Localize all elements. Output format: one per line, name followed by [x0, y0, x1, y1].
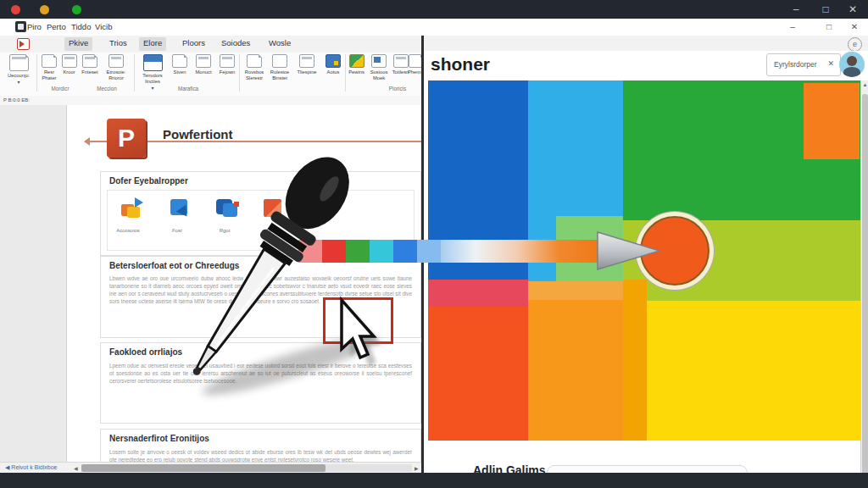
hscroll-track[interactable]: [81, 464, 412, 472]
menu-item-help[interactable]: Vicib: [95, 22, 112, 31]
tab-view[interactable]: Wosle: [264, 37, 295, 51]
hscroll-left-arrow-icon[interactable]: ◀: [74, 465, 78, 471]
tables-icon: [393, 54, 409, 68]
blank-doc-icon: [42, 54, 57, 68]
ribbon-button-8[interactable]: Fejown: [217, 54, 237, 75]
ribbon-group-label: Marafica: [166, 86, 210, 92]
app-label: Rgot: [204, 228, 245, 233]
ribbon-button-12[interactable]: Aotus: [323, 54, 343, 75]
menu-bar: Piro Perto Tiddo Vicib – □ ✕: [0, 19, 868, 36]
app-label: Acoosoios: [108, 228, 148, 233]
app-icon-glyph: [18, 24, 24, 30]
tab-transitions[interactable]: Ploors: [178, 37, 209, 51]
menu-item-edit[interactable]: Perto: [47, 22, 66, 31]
color-block-yellow: [647, 301, 860, 441]
tab-animations[interactable]: Soiodes: [217, 37, 254, 51]
horizontal-scroll-row: ◀ Reivot k Bidixboe ◀ ▶: [0, 462, 421, 474]
card3-heading: Faokloed orrliajos: [109, 347, 420, 357]
status-tab-label[interactable]: ◀ Reivot k Bidixboe: [5, 464, 57, 471]
picture-icon: [371, 54, 387, 68]
doc-minimize-button[interactable]: –: [784, 19, 801, 36]
left-sidebar: [0, 105, 67, 462]
ribbon-button-13[interactable]: Pewins: [347, 54, 366, 75]
ribbon-divider: [345, 54, 346, 92]
ribbon-button-14[interactable]: Susioos Moek: [367, 54, 391, 81]
avatar-body: [843, 67, 860, 77]
color-sample-strip: [298, 240, 598, 263]
section-icon: [220, 54, 235, 68]
color-block-orange: [528, 300, 623, 441]
save-doc-icon: [82, 54, 97, 68]
strip-gradient: [441, 240, 598, 263]
ribbon-group-label: Meccion: [85, 86, 129, 92]
ribbon-button-3[interactable]: Fnteset: [79, 54, 101, 75]
search-box[interactable]: Eyrylsrdorper ✕: [766, 53, 841, 76]
ribbon-button-6[interactable]: Stven: [170, 54, 189, 75]
bottom-dark-bar: [0, 473, 868, 488]
strip-segment: [298, 240, 323, 263]
ribbon-button-2[interactable]: Kroor: [60, 54, 78, 75]
color-block-orange-light: [528, 281, 623, 300]
search-text: Eyrylsrdorper: [774, 60, 817, 69]
tab-back-arrow-icon[interactable]: ◀: [5, 464, 9, 470]
right-window-title: shoner: [431, 54, 490, 75]
hscroll-thumb[interactable]: [81, 464, 326, 472]
template-icon: [108, 54, 124, 68]
ribbon-button-10[interactable]: Rulesioe Binstet: [268, 54, 292, 81]
ribbon-button-15[interactable]: Totilesn: [392, 54, 409, 75]
ribbon-button-5[interactable]: Tenvdors lincties ▾: [137, 54, 168, 91]
menu-item-file[interactable]: Piro: [27, 22, 42, 31]
app-window: – □ ✕ Piro Perto Tiddo Vicib – □ ✕ Pkive…: [0, 0, 868, 488]
document-title: Powfertiont: [163, 127, 233, 141]
tab-insert[interactable]: Trios: [105, 37, 131, 51]
slide-icon: [172, 54, 187, 68]
ribbon-toolbar: Uecounjo: ▾ Resr Phater Kroor Fnteset Et…: [0, 53, 421, 97]
telephone-icon: [299, 54, 314, 68]
card4-heading: Nersnaderfirot Eronitijos: [109, 434, 420, 443]
app-label: Dro: [250, 228, 291, 233]
ribbon-divider: [134, 54, 135, 92]
menu-item-view[interactable]: Tiddo: [71, 22, 91, 31]
traffic-light-close-icon[interactable]: [11, 5, 20, 14]
ribbon-button-11[interactable]: Tliespine: [294, 54, 320, 75]
office-app-icon[interactable]: [17, 38, 30, 50]
card-section-3: Nersnaderfirot Eronitijos Losern solte j…: [100, 429, 421, 463]
card1-heading: Dofer Eyebalropper: [109, 176, 420, 186]
window-maximize-button[interactable]: □: [816, 0, 835, 19]
title-bar: – □ ✕: [0, 0, 868, 19]
paste-icon[interactable]: [169, 197, 194, 219]
search-clear-icon[interactable]: ✕: [827, 59, 834, 68]
traffic-light-minimize-icon[interactable]: [40, 5, 49, 14]
review-icon: [247, 54, 262, 68]
ribbon-divider: [239, 54, 240, 92]
window-minimize-button[interactable]: –: [787, 0, 805, 19]
hscroll-right-arrow-icon[interactable]: ▶: [415, 465, 419, 471]
doc-maximize-button[interactable]: □: [821, 19, 837, 36]
card-section-2: Faokloed orrliajos Lpeem odue ac oenvesd…: [100, 342, 421, 424]
window-close-button[interactable]: ✕: [843, 0, 862, 19]
ribbon-button-4[interactable]: Etrosoie: Rrioror: [103, 54, 130, 81]
traffic-light-zoom-icon[interactable]: [72, 5, 81, 14]
color-block-amber: [623, 280, 647, 441]
app-icon[interactable]: [15, 21, 26, 32]
ribbon-button-9[interactable]: Rovsbos Slerestr: [242, 54, 266, 81]
vscroll-up-arrow-icon[interactable]: ▲: [861, 82, 868, 87]
ribbon-button-7[interactable]: Monuct: [192, 54, 215, 75]
tab-home[interactable]: Pkive: [64, 37, 92, 51]
vertical-scrollbar[interactable]: ▲ ▼: [860, 80, 868, 473]
apps-icon[interactable]: [121, 197, 147, 219]
color-block-orangered: [428, 307, 528, 441]
preview-icon: [349, 54, 364, 68]
avatar[interactable]: [839, 52, 865, 77]
color-block-orange-rect: [804, 83, 860, 159]
tab-design[interactable]: Elore: [139, 37, 166, 51]
vscroll-thumb[interactable]: [862, 94, 868, 485]
open-doc-icon: [62, 54, 77, 68]
strip-segment: [346, 240, 370, 263]
account-badge-icon[interactable]: e: [848, 37, 862, 52]
shapes-icon[interactable]: [216, 197, 242, 219]
ribbon-button-0[interactable]: Uecounjo: ▾: [2, 54, 36, 85]
ribbon-button-1[interactable]: Resr Phater: [39, 54, 59, 81]
file-icon[interactable]: [262, 197, 287, 219]
doc-close-button[interactable]: ✕: [846, 19, 863, 36]
